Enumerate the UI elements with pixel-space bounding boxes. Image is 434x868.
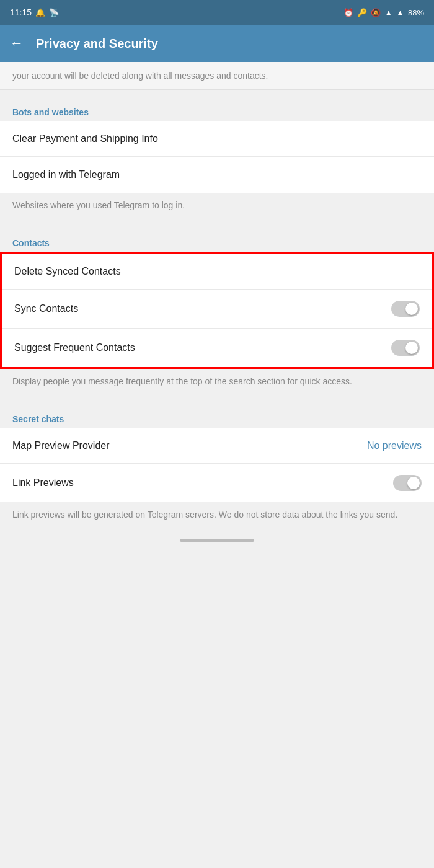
bots-desc-text: Websites where you used Telegram to log … [12, 200, 185, 210]
sync-contacts-label: Sync Contacts [14, 303, 78, 314]
back-button[interactable]: ← [10, 35, 24, 51]
contacts-description: Display people you message frequently at… [0, 369, 434, 397]
signal-icon: ▲ [396, 8, 404, 17]
mute-icon: 🔕 [371, 8, 381, 17]
spacer-secret [0, 397, 434, 408]
page-title: Privacy and Security [36, 37, 158, 51]
contacts-highlight-box: Delete Synced Contacts Sync Contacts Sug… [0, 252, 434, 369]
suggest-frequent-item[interactable]: Suggest Frequent Contacts [2, 329, 432, 367]
clear-payment-item[interactable]: Clear Payment and Shipping Info [0, 121, 434, 157]
suggest-frequent-toggle[interactable] [391, 340, 420, 356]
map-preview-item[interactable]: Map Preview Provider No previews [0, 428, 434, 464]
contacts-desc-text: Display people you message frequently at… [12, 376, 352, 386]
top-info-content: your account will be deleted along with … [12, 71, 268, 81]
section-header-contacts: Contacts [0, 232, 434, 252]
section-header-secret: Secret chats [0, 408, 434, 428]
logged-in-telegram-label: Logged in with Telegram [12, 169, 120, 180]
sim-icon: 📡 [49, 8, 59, 17]
time-label: 11:15 [10, 7, 32, 17]
delete-synced-item[interactable]: Delete Synced Contacts [2, 254, 432, 290]
clear-payment-label: Clear Payment and Shipping Info [12, 133, 158, 144]
section-header-bots: Bots and websites [0, 101, 434, 121]
spacer-bots [0, 90, 434, 101]
secret-desc-text: Link previews will be generated on Teleg… [12, 510, 397, 520]
map-preview-label: Map Preview Provider [12, 440, 110, 451]
link-previews-item[interactable]: Link Previews [0, 464, 434, 502]
home-bar [180, 539, 254, 542]
bots-card: Clear Payment and Shipping Info Logged i… [0, 121, 434, 193]
top-info-text: your account will be deleted along with … [0, 62, 434, 90]
wifi-icon: ▲ [384, 8, 392, 17]
delete-synced-label: Delete Synced Contacts [14, 266, 121, 277]
status-time: 11:15 🔔 📡 [10, 7, 59, 17]
spacer-contacts [0, 221, 434, 232]
status-icons: ⏰ 🔑 🔕 ▲ ▲ 88% [343, 8, 424, 17]
battery-label: 88% [408, 8, 424, 17]
secret-chats-description: Link previews will be generated on Teleg… [0, 502, 434, 530]
status-bar: 11:15 🔔 📡 ⏰ 🔑 🔕 ▲ ▲ 88% [0, 0, 434, 25]
sync-contacts-toggle[interactable] [391, 301, 420, 317]
notification-icon: 🔔 [35, 8, 45, 17]
bots-description: Websites where you used Telegram to log … [0, 193, 434, 221]
contacts-card: Delete Synced Contacts Sync Contacts Sug… [2, 254, 432, 367]
key-icon: 🔑 [357, 8, 367, 17]
logged-in-telegram-item[interactable]: Logged in with Telegram [0, 157, 434, 193]
link-previews-toggle[interactable] [393, 475, 422, 491]
alarm-icon: ⏰ [343, 8, 353, 17]
toolbar: ← Privacy and Security [0, 25, 434, 62]
home-indicator-area [0, 530, 434, 548]
secret-chats-card: Map Preview Provider No previews Link Pr… [0, 428, 434, 502]
map-preview-value: No previews [367, 440, 422, 451]
sync-contacts-item[interactable]: Sync Contacts [2, 290, 432, 329]
link-previews-label: Link Previews [12, 477, 74, 489]
suggest-frequent-label: Suggest Frequent Contacts [14, 342, 135, 353]
